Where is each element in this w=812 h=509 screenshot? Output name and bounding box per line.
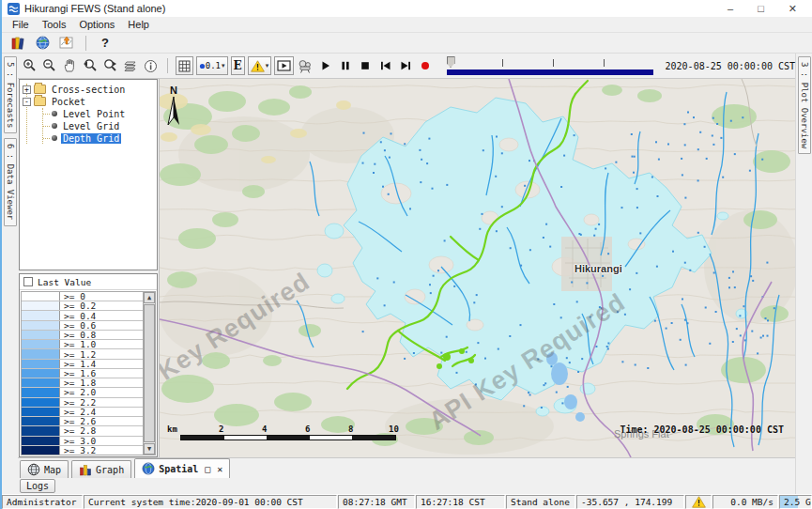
scale-tick: 6: [305, 424, 310, 434]
legend-swatch: [22, 437, 59, 445]
status-network-rate: 0.0 MB/s: [712, 495, 778, 509]
legend-row: >= 3.2: [22, 446, 143, 455]
tree-item-label[interactable]: Pocket: [50, 97, 87, 107]
timeseries-import-icon[interactable]: [56, 34, 77, 52]
step-back-button[interactable]: [377, 57, 394, 75]
scale-bar: km 2 4 6 8 10: [167, 424, 406, 445]
expand-icon[interactable]: +: [23, 85, 31, 94]
layers-icon[interactable]: [122, 57, 140, 75]
north-arrow: N: [167, 85, 180, 128]
tree-item-label[interactable]: Level Point: [61, 109, 127, 119]
left-dock-strip: 5 : Forecasts 6 : Data Viewer: [2, 54, 18, 494]
tab-forecasts[interactable]: 5 : Forecasts: [4, 56, 17, 133]
bottom-tab-bar: Map Graph Spatial □ ✕: [18, 457, 795, 478]
compass-needle-icon: [167, 96, 180, 126]
tab-map[interactable]: Map: [20, 460, 69, 478]
scroll-down-icon[interactable]: ▼: [144, 443, 155, 455]
legend-label: >= 0.2: [59, 301, 143, 310]
bullet-icon: [52, 123, 57, 129]
help-button[interactable]: ?: [95, 34, 115, 52]
legend-swatch: [22, 292, 59, 301]
map-canvas[interactable]: API Key Required API Key Required N Hiku…: [160, 79, 795, 457]
tree-item-label[interactable]: Level Grid: [61, 121, 121, 131]
legend-panel: Last Value >= 0>= 0.2>= 0.4>= 0.6>= 0.8>…: [19, 273, 158, 457]
status-alerts[interactable]: [685, 495, 712, 509]
close-button[interactable]: ✕: [789, 1, 797, 16]
data-viewer-panel: + Cross-section - Pocket: [18, 79, 160, 457]
toolbar-separator: [167, 58, 168, 73]
warning-icon: [692, 496, 706, 508]
menu-help[interactable]: Help: [121, 18, 156, 31]
tree-item-pocket[interactable]: - Pocket: [27, 96, 157, 107]
scale-tick: 10: [389, 424, 399, 434]
record-button[interactable]: [417, 57, 434, 75]
tab-spatial[interactable]: Spatial □ ✕: [134, 458, 230, 478]
threshold-button[interactable]: 0.1▾: [196, 56, 228, 75]
last-value-option[interactable]: Last Value: [20, 274, 157, 290]
legend-button[interactable]: E: [231, 56, 245, 75]
legend-label: >= 1.0: [59, 340, 143, 348]
step-forward-button[interactable]: [397, 57, 414, 75]
logs-bar: Logs: [18, 478, 795, 494]
grid-button[interactable]: [176, 56, 193, 75]
play-button[interactable]: [317, 57, 334, 75]
maximize-button[interactable]: □: [758, 1, 764, 16]
time-slider[interactable]: [445, 56, 653, 75]
tree-item-label-selected[interactable]: Depth Grid: [61, 133, 121, 144]
minimize-button[interactable]: –: [728, 1, 733, 16]
pause-button[interactable]: [337, 57, 354, 75]
zoom-in-icon[interactable]: [22, 57, 38, 75]
legend-label: >= 0.6: [59, 321, 143, 330]
animation-export-icon[interactable]: [297, 57, 314, 75]
thresholds-warning-button[interactable]: ▾: [248, 56, 272, 75]
globe-icon[interactable]: [32, 34, 53, 52]
menu-options[interactable]: Options: [72, 18, 121, 31]
status-local-time: 16:27:18 CST: [416, 495, 505, 509]
zoom-next-icon[interactable]: [101, 57, 118, 75]
help-label: ?: [101, 36, 109, 50]
animation-button[interactable]: [274, 56, 294, 75]
legend-table-rows: >= 0>= 0.2>= 0.4>= 0.6>= 0.8>= 1.0>= 1.2…: [22, 292, 143, 455]
chevron-down-icon[interactable]: ▾: [266, 62, 269, 69]
status-system-time: Current system time:2020-09-01 00:00 CST: [84, 495, 337, 509]
tree-item-level-grid[interactable]: Level Grid: [43, 120, 157, 131]
legend-swatch: [22, 301, 59, 310]
tree-item-cross-section[interactable]: + Cross-section: [27, 84, 157, 95]
time-slider-track[interactable]: [452, 59, 653, 67]
tab-logs[interactable]: Logs: [20, 479, 55, 493]
tab-graph[interactable]: Graph: [71, 460, 131, 478]
status-memory[interactable]: 2.5 GB: [779, 495, 812, 509]
tree-item-depth-grid[interactable]: Depth Grid: [43, 132, 157, 144]
legend-scrollbar[interactable]: ▲ ▼: [143, 292, 155, 455]
stop-button[interactable]: [357, 57, 374, 75]
legend-swatch: [22, 369, 59, 378]
tab-plot-overview[interactable]: 3 : Plot Overview: [798, 56, 811, 154]
tab-maximize-icon[interactable]: □: [205, 464, 210, 474]
info-icon[interactable]: [143, 57, 160, 75]
bullet-icon: [52, 111, 57, 116]
tab-close-icon[interactable]: ✕: [217, 464, 222, 474]
tree-item-label[interactable]: Cross-section: [50, 85, 127, 95]
folder-icon: [34, 97, 46, 106]
pan-hand-icon[interactable]: [62, 57, 79, 75]
menu-file[interactable]: File: [6, 18, 36, 31]
tree-connector: [43, 114, 50, 115]
scroll-up-icon[interactable]: ▲: [144, 292, 155, 303]
legend-label: >= 2.8: [59, 426, 143, 435]
tree-item-level-point[interactable]: Level Point: [43, 108, 157, 119]
scrollbar-thumb[interactable]: [144, 304, 155, 442]
zoom-out-icon[interactable]: [41, 57, 58, 75]
database-icon[interactable]: [8, 34, 28, 52]
main-toolbar: ?: [2, 33, 812, 54]
legend-button-label: E: [234, 59, 242, 72]
scale-tick: 4: [262, 424, 267, 434]
chevron-down-icon[interactable]: ▾: [222, 62, 225, 69]
tab-spatial-label: Spatial: [159, 464, 198, 474]
legend-label: >= 2.4: [59, 408, 143, 416]
zoom-previous-icon[interactable]: [82, 57, 99, 75]
collapse-icon[interactable]: -: [23, 98, 31, 106]
menu-tools[interactable]: Tools: [36, 18, 73, 31]
tab-data-viewer[interactable]: 6 : Data Viewer: [4, 138, 17, 225]
last-value-checkbox[interactable]: [23, 277, 33, 286]
status-user: Administrator: [2, 495, 83, 509]
